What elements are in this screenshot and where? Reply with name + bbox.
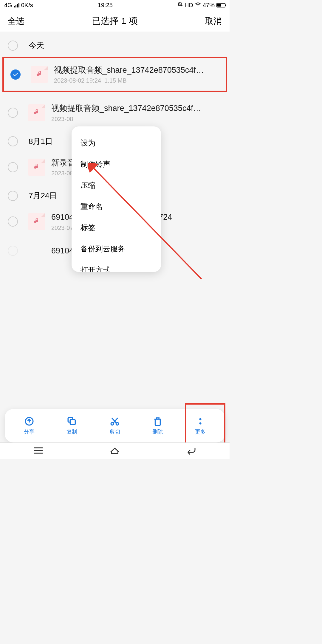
menu-item-cloudbackup[interactable]: 备份到云服务 bbox=[72, 238, 161, 259]
clock: 19:25 bbox=[33, 2, 177, 9]
menu-item-setas[interactable]: 设为 bbox=[72, 132, 161, 154]
nav-home-icon[interactable] bbox=[109, 446, 120, 456]
delete-label: 删除 bbox=[152, 428, 163, 435]
network-type: 4G bbox=[4, 2, 12, 9]
cancel-button[interactable]: 取消 bbox=[205, 16, 222, 27]
menu-item-ringtone[interactable]: 制作铃声 bbox=[72, 154, 161, 175]
menu-item-rename[interactable]: 重命名 bbox=[72, 196, 161, 217]
svg-point-4 bbox=[111, 422, 114, 425]
file-checkbox[interactable] bbox=[8, 162, 18, 172]
network-speed: 0K/s bbox=[21, 2, 33, 9]
section-checkbox[interactable] bbox=[8, 41, 18, 51]
menu-item-tags[interactable]: 标签 bbox=[72, 217, 161, 238]
action-bar: 分享 复制 剪切 删除 更多 bbox=[5, 409, 225, 442]
file-checkbox[interactable] bbox=[8, 216, 18, 227]
nav-back-icon[interactable] bbox=[186, 446, 197, 456]
more-options-menu: 设为 制作铃声 压缩 重命名 标签 备份到云服务 打开方式 bbox=[72, 126, 161, 272]
section-today[interactable]: 今天 bbox=[0, 32, 230, 56]
system-nav-bar bbox=[0, 442, 230, 459]
select-all-button[interactable]: 全选 bbox=[8, 16, 24, 27]
section-checkbox[interactable] bbox=[8, 136, 18, 146]
more-button[interactable]: 更多 bbox=[190, 416, 211, 435]
more-label: 更多 bbox=[195, 428, 206, 435]
section-checkbox[interactable] bbox=[8, 191, 18, 201]
status-bar: 4G 0K/s 19:25 HD 47% bbox=[0, 0, 230, 10]
svg-point-7 bbox=[199, 422, 202, 425]
battery-icon bbox=[216, 3, 225, 7]
file-meta: 2023-08 bbox=[51, 116, 222, 123]
svg-point-6 bbox=[199, 418, 202, 420]
selection-header: 全选 已选择 1 项 取消 bbox=[0, 10, 230, 32]
svg-rect-3 bbox=[70, 419, 75, 425]
music-file-icon bbox=[28, 159, 45, 176]
section-label: 8月1日 bbox=[29, 136, 53, 147]
file-meta: 2023-08-02 19:24 1.15 MB bbox=[54, 77, 219, 84]
delete-button[interactable]: 删除 bbox=[147, 416, 168, 435]
file-checkbox[interactable] bbox=[8, 108, 18, 118]
section-label: 7月24日 bbox=[29, 191, 57, 201]
section-label: 今天 bbox=[29, 40, 44, 51]
cut-label: 剪切 bbox=[109, 428, 120, 435]
copy-button[interactable]: 复制 bbox=[61, 416, 82, 435]
file-checkbox[interactable] bbox=[8, 246, 18, 256]
wifi-icon bbox=[195, 2, 201, 8]
music-file-icon bbox=[28, 213, 45, 230]
file-item[interactable]: 视频提取音频_share_13742e870535c4f… 2023-08 bbox=[0, 97, 230, 128]
signal-icon bbox=[14, 3, 19, 7]
cut-button[interactable]: 剪切 bbox=[104, 416, 125, 435]
file-name: 视频提取音频_share_13742e870535c4f… bbox=[51, 103, 222, 114]
svg-point-5 bbox=[116, 422, 119, 425]
selection-title: 已选择 1 项 bbox=[92, 15, 137, 27]
share-label: 分享 bbox=[24, 428, 35, 435]
menu-item-openwith[interactable]: 打开方式 bbox=[72, 259, 161, 272]
music-file-icon bbox=[28, 104, 45, 121]
file-name: 视频提取音频_share_13742e870535c4f… bbox=[54, 65, 219, 75]
hd-label: HD bbox=[185, 2, 193, 9]
file-item-selected[interactable]: 视频提取音频_share_13742e870535c4f… 2023-08-02… bbox=[2, 57, 227, 92]
copy-label: 复制 bbox=[66, 428, 77, 435]
battery-percent: 47% bbox=[203, 2, 215, 9]
share-button[interactable]: 分享 bbox=[19, 416, 40, 435]
nav-recent-icon[interactable] bbox=[33, 446, 44, 456]
menu-item-compress[interactable]: 压缩 bbox=[72, 175, 161, 196]
music-file-icon bbox=[31, 66, 48, 83]
file-checkbox[interactable] bbox=[10, 69, 21, 80]
mute-icon bbox=[177, 2, 183, 9]
